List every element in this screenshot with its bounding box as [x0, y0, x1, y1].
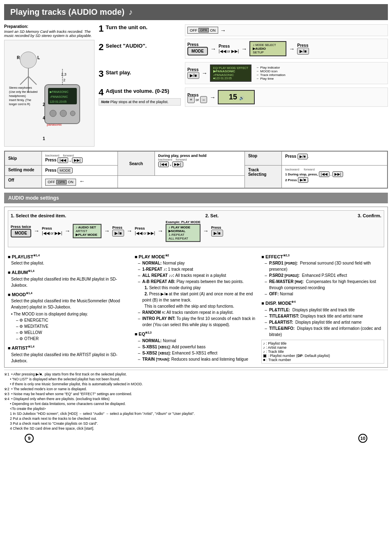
step1-label: 1. Select the desired item.: [11, 213, 66, 218]
press-label-1: Press: [187, 42, 208, 47]
example-label: Example: PLAY MODE: [166, 220, 200, 224]
page-header: Playing tracks (AUDIO mode) ♪: [4, 4, 388, 20]
step2-label: 2. Set.: [205, 213, 219, 218]
press-label-settings-2: Press: [112, 226, 124, 230]
step-3: 3 Start play.: [99, 69, 181, 76]
effect-psrd1: – P.SRD1 [PSRD]: Personal surround (3D s…: [265, 260, 384, 272]
footnotes: ※1 • After pressing ▶/■, play starts fro…: [4, 370, 388, 430]
press-label-settings-3: Press: [135, 226, 155, 230]
footnote-1b: • "NO LIST" is displayed when the select…: [4, 377, 388, 381]
play-btn-settings-1: ▶/■: [112, 230, 124, 237]
arrow-icon: →: [220, 27, 226, 34]
intro-item: – INTRO PLAY INT: To play the first 10 s…: [138, 315, 258, 328]
eq-items: – NORMAL: Normal – S-XBS1 [XBS1]: Add po…: [135, 338, 258, 362]
press-twice-label: Press twice: [11, 225, 31, 229]
skip-label: Skip: [5, 152, 42, 166]
svg-point-11: [50, 110, 56, 117]
footnote-2: ※2 • The selected mode's icon or name is…: [4, 387, 388, 391]
quick-reference-table: Skip backward forward Press |◀◀ , ▶▶| Se…: [4, 151, 388, 189]
step-2-text: Select "AUDIO".: [106, 41, 147, 49]
artist-title: ■ ARTIST※1,4: [8, 345, 131, 350]
off-label: Off: [5, 176, 42, 188]
mood-meditative: – ⚙ MEDITATIVE: [16, 323, 131, 329]
svg-text:2: 2: [43, 102, 45, 107]
volume-buttons: + or –: [187, 97, 207, 102]
press-label-settings-1: Press: [42, 226, 62, 230]
page-number-right: 10: [358, 434, 367, 443]
footnote-playlist-create-title: <To create the playlist>: [4, 407, 388, 411]
step-1: 1 Turn the unit on.: [99, 24, 181, 30]
footnote-1c: • If there is only one Music Sommelier p…: [4, 382, 388, 386]
settings-flow-diagram: 1. Select the desired item. 2. Set. 3. C…: [8, 210, 384, 247]
play-mode-example-screen: ♪ PLAY MODE ▶NORMAL 1-REPEAT ALL REPEAT: [166, 224, 200, 242]
step-2: 2 Select "AUDIO".: [99, 43, 181, 49]
nav-arrows: |◀◀ or ▶▶|: [219, 49, 239, 53]
step3-diagram: Press ▶/■ → EQ/ PLAY MODE/ EFFECT ▶PANAS…: [185, 62, 388, 84]
track-selecting-label: Track Selecting: [244, 166, 281, 188]
search-label: Search: [118, 152, 154, 176]
settings-steps-labels: 1. Select the desired item. 2. Set. 3. C…: [11, 213, 381, 218]
press-twice-group: Press twice MODE: [11, 225, 31, 237]
step1-diagram: OFF OPR ON →: [185, 24, 388, 36]
svg-text:L: L: [37, 55, 40, 60]
arrow-left-icon: ←: [79, 178, 85, 184]
press-label-settings-4: Press: [211, 226, 223, 230]
disp-mode-title: ■ DISP. MODE※4: [261, 300, 384, 306]
svg-text:123 01:23:05: 123 01:23:05: [50, 100, 67, 103]
effect-title: ■ EFFECT※2,3: [261, 254, 384, 259]
mood-energetic: – ⚙ ENERGETIC: [16, 317, 131, 323]
preparation-title: Preparation: Insert an SD Memory Card wi…: [4, 24, 95, 38]
svg-text:headphones): headphones): [9, 94, 26, 98]
footnote-playlist-4: 4 Check the SD card drive and free space…: [4, 426, 388, 430]
eq-title: ■ EQ※2,3: [135, 331, 258, 336]
svg-text:1: 1: [43, 136, 45, 141]
disp-mode-items: – PL&TITLE: Displays playlist title and …: [261, 307, 384, 338]
svg-point-13: [70, 111, 75, 116]
settings-col-3: ■ EFFECT※2,3 – P.SRD1 [PSRD]: Personal s…: [261, 251, 384, 364]
play-button-1: ▶/■: [297, 48, 309, 55]
play-btn-settings-2: ▶/■: [211, 230, 223, 237]
music-note-icon: ♪: [129, 7, 133, 17]
left-column: Preparation: Insert an SD Memory Card wi…: [4, 24, 95, 147]
disp-title-info: – TITLE&INFO: Displays track title and i…: [265, 325, 384, 338]
svg-text:R: R: [17, 55, 20, 60]
normal-item: – NORMAL: Normal play: [138, 260, 258, 266]
setting-mode-label: Setting mode: [5, 166, 42, 176]
press-label-3: Press: [297, 43, 309, 48]
effect-psrd2: – P.SRD2 [PSRD2]: Enhanced P.SRD1 effect: [265, 272, 384, 279]
random-item: – RANDOM ≈: All tracks random repeat in …: [138, 309, 258, 315]
album-title: ■ ALBUM※1,4: [8, 269, 131, 275]
svg-line-3: [28, 76, 37, 85]
svg-text:♪PANASONIC: ♪PANASONIC: [50, 95, 68, 98]
mood-mellow: – ⚙ MELLOW: [16, 329, 131, 336]
step4-diagram: Press + or – → 15 🔊: [185, 87, 388, 107]
settings-col-1: ■ PLAYLIST※1,4 Select the playlist. ■ AL…: [8, 251, 131, 364]
search-desc: During play, press and hold backward for…: [154, 152, 244, 176]
audio-set-screen: ♪ AUDIO SET ARTIST ▶PLAY MODE: [73, 224, 101, 238]
mood-desc: Select the playlist classified into the …: [8, 298, 131, 342]
footnote-4b: • Depending on font data limitations, so…: [4, 402, 388, 406]
svg-text:▶PANASONIC: ▶PANASONIC: [50, 90, 69, 93]
eq-normal: – NORMAL: Normal: [138, 338, 258, 344]
play-screen: EQ/ PLAY MODE/ EFFECT ▶PANASONIC ♪PANASO…: [210, 64, 251, 82]
eq-train: – TRAIN [TRAIN]: Reduces sound leaks and…: [138, 356, 258, 362]
footnote-playlist-2: 2 Put a check mark next to the tracks to…: [4, 417, 388, 421]
footnote-playlist-1: 1 In SD-Jukebox "HDD screen", click [HDD…: [4, 412, 388, 416]
effect-remaster: – RE-MASTER [RM]: Compensates for high f…: [265, 279, 384, 291]
off-switch: OFF OPR ON: [45, 179, 76, 186]
playlist-desc: Select the playlist.: [8, 260, 131, 266]
svg-text:4: 4: [43, 116, 45, 120]
step-note: Note Play stops at the end of the playli…: [99, 98, 181, 106]
page-title: Playing tracks (AUDIO mode): [10, 7, 125, 17]
step-4: 4 Adjust the volume. (0-25) Note Play st…: [99, 88, 181, 106]
footnote-3: ※3 • Noise may be heard when some "EQ" a…: [4, 392, 388, 396]
album-desc: Select the playlist classified into the …: [8, 276, 131, 288]
nav-arrows-settings-2: Press |◀◀ or ▶▶|: [135, 226, 155, 235]
press-play-settings: Press ▶/■: [112, 226, 124, 237]
effect-items: – P.SRD1 [PSRD]: Personal surround (3D s…: [261, 260, 384, 297]
eq-sxbs1: – S-XBS1 [XBS1]: Add powerful bass: [138, 344, 258, 350]
play-screen-labels: ← Play indicator ← MOOD icon ← Track inf…: [256, 66, 286, 81]
settings-body: 1. Select the desired item. 2. Set. 3. C…: [4, 207, 388, 368]
note-label: Note: [101, 100, 109, 104]
mode-btn-settings: MODE: [11, 229, 31, 237]
